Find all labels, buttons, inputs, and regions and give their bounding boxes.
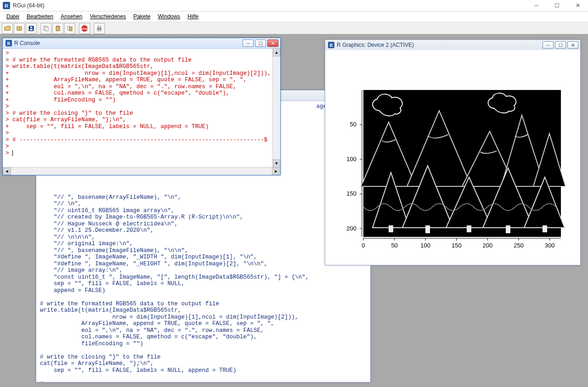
graphics-plot-area: 50100150200 050100150200250300 [325, 50, 580, 265]
svg-text:150: 150 [451, 242, 461, 249]
svg-text:50: 50 [350, 121, 356, 128]
graphics-title: R R Graphics: Device 2 (ACTIVE) [328, 42, 414, 48]
svg-text:0: 0 [362, 242, 365, 249]
main-title: RGui (64-bit) [13, 2, 45, 9]
main-maximize-button[interactable]: ☐ [547, 0, 567, 11]
copy-button[interactable] [40, 23, 51, 34]
paste-button[interactable] [52, 23, 63, 34]
svg-text:150: 150 [346, 190, 356, 197]
svg-text:100: 100 [346, 155, 356, 162]
svg-text:STOP: STOP [81, 28, 88, 30]
svg-rect-2 [30, 29, 33, 30]
menu-file[interactable]: Datei [3, 12, 23, 21]
console-minimize-button[interactable]: ─ [243, 39, 254, 47]
svg-rect-18 [467, 225, 471, 232]
open-script-button[interactable] [2, 23, 13, 34]
save-workspace-button[interactable] [26, 23, 37, 34]
main-titlebar: R RGui (64-bit) ─ ☐ ✕ [0, 0, 588, 11]
svg-rect-19 [506, 225, 510, 233]
graphics-close-button[interactable]: ✕ [567, 41, 578, 49]
load-workspace-button[interactable] [14, 23, 25, 34]
graphics-minimize-button[interactable]: ─ [543, 41, 554, 49]
svg-text:200: 200 [346, 224, 356, 231]
svg-rect-13 [98, 26, 101, 28]
console-window[interactable]: R R Console ─ ☐ ✕ > > # write the format… [2, 38, 281, 175]
main-minimize-button[interactable]: ─ [526, 0, 547, 11]
svg-rect-5 [45, 27, 48, 31]
main-close-button[interactable]: ✕ [567, 0, 588, 11]
svg-rect-7 [57, 26, 59, 27]
mdi-workspace: …ay.R - R Editor ageFileName)) "// ", ba… [0, 34, 588, 387]
menu-packages[interactable]: Pakete [130, 12, 154, 21]
copypaste-button[interactable] [64, 23, 75, 34]
svg-text:200: 200 [482, 242, 492, 249]
r-app-icon: R [3, 2, 10, 9]
stop-button[interactable]: STOP [79, 23, 90, 34]
print-button[interactable] [94, 23, 105, 34]
console-horizontal-scrollbar[interactable]: ◄ ► [3, 167, 280, 175]
menu-help[interactable]: Hilfe [184, 12, 202, 21]
svg-text:250: 250 [514, 242, 524, 249]
graphics-window[interactable]: R R Graphics: Device 2 (ACTIVE) ─ ☐ ✕ [325, 39, 581, 265]
menubar: Datei Bearbeiten Ansehen Verschiedenes P… [0, 11, 588, 22]
console-maximize-button[interactable]: ☐ [255, 39, 266, 47]
svg-rect-17 [425, 225, 430, 233]
menu-misc[interactable]: Verschiedenes [86, 12, 130, 21]
svg-rect-3 [30, 27, 32, 28]
console-title: R R Console [6, 40, 40, 46]
svg-rect-16 [389, 225, 393, 232]
console-vertical-scrollbar[interactable]: ▲ ▼ [272, 48, 280, 168]
menu-edit[interactable]: Bearbeiten [23, 12, 57, 21]
svg-text:50: 50 [391, 242, 397, 249]
menu-view[interactable]: Ansehen [57, 12, 86, 21]
svg-text:100: 100 [420, 242, 430, 249]
svg-text:300: 300 [544, 242, 554, 249]
svg-rect-9 [69, 27, 72, 31]
console-close-button[interactable]: ✕ [267, 39, 278, 47]
console-body[interactable]: > > # write the formatted RGB565 data to… [3, 48, 280, 168]
menu-windows[interactable]: Windows [154, 12, 184, 21]
toolbar: STOP [0, 22, 588, 35]
svg-rect-20 [543, 225, 547, 232]
graphics-maximize-button[interactable]: ☐ [555, 41, 566, 49]
svg-rect-14 [98, 29, 101, 31]
